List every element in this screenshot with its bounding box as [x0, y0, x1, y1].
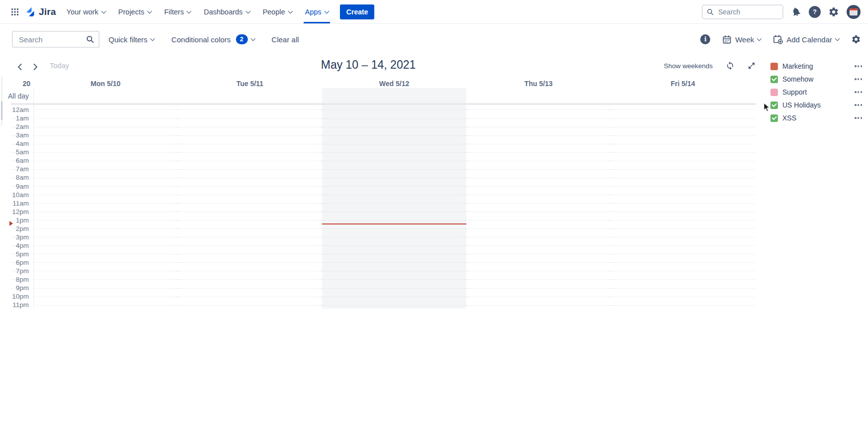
time-label: 7am: [0, 165, 29, 173]
chevron-down-icon: [250, 36, 255, 41]
nav-item-your-work[interactable]: Your work: [60, 0, 112, 23]
hour-tick-marks: [175, 106, 181, 308]
mouse-cursor: [763, 103, 770, 112]
calendar-more-menu-icon[interactable]: [854, 63, 863, 69]
view-selector-dropdown[interactable]: Week: [722, 35, 761, 44]
scrollbar-thumb[interactable]: [1, 101, 2, 120]
calendar-more-menu-icon[interactable]: [854, 89, 863, 95]
help-button[interactable]: ?: [809, 6, 821, 18]
create-button[interactable]: Create: [340, 4, 375, 19]
hour-tick-marks: [319, 106, 325, 308]
user-avatar[interactable]: [847, 5, 861, 19]
info-icon: i: [704, 36, 707, 43]
quick-filters-dropdown[interactable]: Quick filters: [108, 35, 154, 44]
calendar-more-menu-icon[interactable]: [854, 76, 863, 82]
hour-tick-marks: [608, 106, 614, 308]
chevron-down-icon: [187, 8, 192, 13]
settings-button[interactable]: [828, 6, 839, 17]
calendar-more-menu-icon[interactable]: [854, 102, 863, 108]
conditional-colors-dropdown[interactable]: Conditional colors 2: [171, 34, 254, 44]
all-day-label: All day: [0, 92, 29, 100]
time-label: 1pm: [0, 217, 29, 224]
clear-all-label: Clear all: [272, 35, 299, 44]
time-label: 12pm: [0, 208, 29, 216]
quick-filters-label: Quick filters: [108, 35, 147, 44]
nav-item-label: Dashboards: [204, 8, 242, 16]
left-scrollbar[interactable]: [1, 76, 2, 126]
time-label: 8am: [0, 174, 29, 182]
calendar-checkbox[interactable]: [770, 63, 778, 70]
time-label: 5am: [0, 148, 29, 156]
calendar-checkbox[interactable]: [770, 114, 778, 122]
current-time-line: [322, 223, 466, 224]
nav-item-label: Your work: [67, 8, 99, 16]
calendar-search[interactable]: [12, 31, 100, 48]
chevron-down-icon: [147, 8, 152, 13]
add-calendar-dropdown[interactable]: Add Calendar: [773, 34, 839, 44]
calendar-list-item-marketing[interactable]: Marketing: [770, 60, 863, 73]
day-header-wed: Wed 5/12: [322, 80, 466, 88]
avatar-calendar-graphic: [850, 8, 858, 15]
global-search[interactable]: [702, 4, 783, 19]
gear-icon: [851, 34, 861, 44]
calendar-list-item-support[interactable]: Support: [770, 86, 863, 99]
bell-icon: [789, 5, 802, 18]
time-label: 11pm: [0, 301, 29, 309]
calendar-name: Marketing: [782, 62, 813, 70]
search-icon: [707, 8, 714, 15]
notifications-button[interactable]: [791, 6, 801, 17]
gear-icon: [828, 6, 839, 17]
time-label: 3pm: [0, 233, 29, 241]
nav-item-filters[interactable]: Filters: [158, 0, 197, 23]
time-label: 5pm: [0, 250, 29, 258]
nav-item-label: Projects: [118, 8, 144, 16]
all-day-row-divider: [11, 103, 756, 105]
jira-logo[interactable]: Jira: [25, 6, 56, 17]
info-button[interactable]: i: [700, 34, 710, 44]
calendar-list-item-xss[interactable]: XSS: [770, 111, 863, 124]
calendar-filter-toolbar: Quick filters Conditional colors 2 Clear…: [0, 28, 868, 51]
calendar-icon: [722, 35, 732, 44]
top-nav-left: Jira Your work Projects Filters Dashboar…: [0, 0, 374, 23]
calendar-name: Support: [782, 88, 807, 96]
calendar-more-menu-icon[interactable]: [854, 115, 863, 120]
clear-all-button[interactable]: Clear all: [272, 35, 299, 44]
calendar-settings-button[interactable]: [851, 34, 861, 44]
time-label: 10pm: [0, 293, 29, 301]
time-label: 9pm: [0, 284, 29, 292]
nav-item-projects[interactable]: Projects: [112, 0, 158, 23]
calendar-search-input[interactable]: [18, 35, 70, 44]
today-column-grid[interactable]: [322, 106, 466, 308]
week-number: 20: [0, 80, 30, 88]
nav-item-label: People: [263, 8, 285, 16]
refresh-button[interactable]: [726, 61, 735, 70]
nav-item-label: Apps: [305, 8, 322, 16]
grid-dots-icon: [11, 8, 19, 16]
chevron-down-icon: [288, 8, 293, 13]
calendar-list-item-us-holidays[interactable]: US Holidays: [770, 99, 863, 111]
calendar-checkbox[interactable]: [770, 89, 778, 96]
calendar-checkbox[interactable]: [770, 102, 778, 109]
chevron-down-icon: [101, 8, 106, 13]
jira-calendar-app: Jira Your work Projects Filters Dashboar…: [0, 0, 868, 438]
nav-item-apps[interactable]: Apps: [299, 0, 335, 23]
time-label: 8pm: [0, 276, 29, 284]
conditional-colors-label: Conditional colors: [171, 35, 230, 44]
time-label: 4am: [0, 140, 29, 148]
view-selector-label: Week: [735, 35, 754, 44]
global-search-input[interactable]: [717, 7, 774, 16]
calendar-checkbox[interactable]: [770, 76, 778, 83]
calendar-list-item-somehow[interactable]: Somehow: [770, 73, 863, 86]
time-label: 10am: [0, 191, 29, 199]
chevron-down-icon: [245, 8, 250, 13]
chevron-down-icon: [757, 36, 762, 41]
jira-logo-icon: [25, 6, 36, 17]
nav-item-people[interactable]: People: [256, 0, 299, 23]
app-switcher-icon[interactable]: [7, 4, 23, 20]
show-weekends-toggle[interactable]: Show weekends: [664, 62, 713, 70]
calendar-name: US Holidays: [782, 101, 821, 109]
expand-button[interactable]: [748, 62, 756, 70]
day-header-thu: Thu 5/13: [466, 80, 611, 88]
calendar-name: Somehow: [782, 75, 813, 83]
nav-item-dashboards[interactable]: Dashboards: [197, 0, 256, 23]
